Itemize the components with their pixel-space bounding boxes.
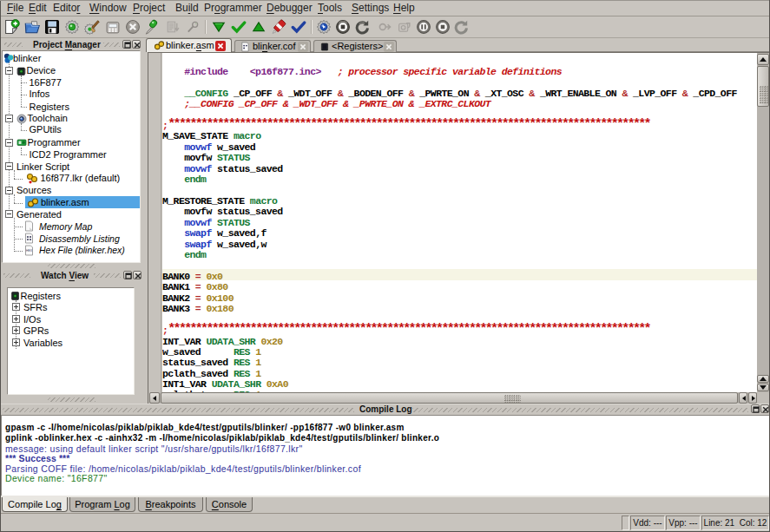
svg-text:HEX: HEX [26, 249, 33, 253]
